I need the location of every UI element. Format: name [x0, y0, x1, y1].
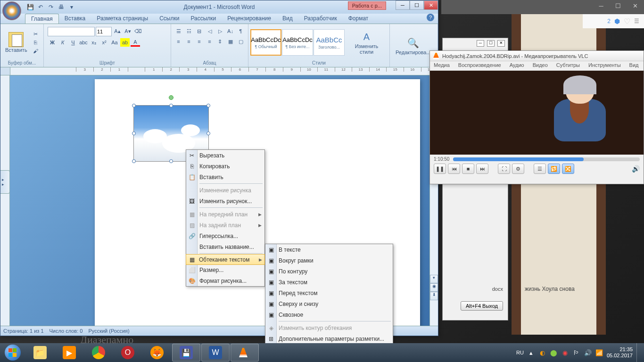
indent-inc-icon[interactable]: ▷ [215, 27, 225, 35]
print-icon[interactable]: 🖶 [57, 3, 66, 11]
undo-icon[interactable]: ↶ [36, 3, 45, 11]
explorer-close[interactable]: ✕ [497, 40, 505, 47]
tray-clock[interactable]: 21:35 05.02.2017 [607, 346, 633, 359]
handle-w[interactable] [132, 132, 136, 135]
horizontal-ruler[interactable]: 321 12 345 678 91011 121314 151617 [0, 67, 438, 75]
show-marks-icon[interactable]: ¶ [236, 27, 246, 35]
tab-mailings[interactable]: Рассылки [185, 14, 222, 24]
shrink-font-icon[interactable]: A▾ [123, 27, 132, 35]
justify-icon[interactable]: ≡ [205, 37, 215, 46]
tab-format[interactable]: Формат [343, 14, 374, 24]
ctx-text-wrapping[interactable]: ▦Обтекание текстом▶ [186, 254, 265, 265]
handle-nw[interactable] [132, 104, 136, 107]
exit-button[interactable]: Alt+F4 Выход [461, 301, 503, 311]
wrap-more-options[interactable]: ⊞Дополнительные параметры разметки... [265, 333, 393, 344]
prev-page[interactable]: ◉ [430, 283, 438, 292]
ctx-hyperlink[interactable]: 🔗Гиперссылка... [186, 230, 264, 241]
wrap-top-bottom[interactable]: ▣Сверху и снизу [265, 298, 393, 309]
handle-ne[interactable] [206, 104, 210, 107]
save-icon[interactable]: 💾 [26, 3, 34, 11]
wrap-behind[interactable]: ▣За текстом [265, 277, 393, 288]
task-chrome[interactable] [84, 344, 113, 362]
highlight-icon[interactable]: ab [120, 38, 130, 47]
paste-button[interactable]: Вставить [2, 31, 30, 54]
copy-icon[interactable]: ⎘ [31, 38, 41, 47]
find-button[interactable]: 🔍 Редактирова... [392, 34, 435, 57]
vlc-menu-audio[interactable]: Аудио [508, 61, 526, 70]
vlc-menu-media[interactable]: Медиа [432, 61, 452, 70]
line-spacing-icon[interactable]: ⇕ [215, 37, 225, 46]
tray-network-icon[interactable]: 📶 [595, 349, 603, 356]
tab-references[interactable]: Ссылки [154, 14, 185, 24]
cut-icon[interactable]: ✂ [31, 30, 41, 38]
browser-close[interactable]: ✕ [629, 2, 641, 12]
vlc-menu-subtitle[interactable]: Субтитры [554, 61, 582, 70]
tray-app2-icon[interactable]: ⬤ [550, 349, 558, 356]
browser-minimize[interactable]: ─ [595, 2, 607, 12]
change-case-icon[interactable]: Aa [110, 38, 119, 47]
ctx-paste[interactable]: 📋Вставить [186, 172, 264, 182]
word-minimize[interactable]: ─ [396, 0, 410, 10]
ctx-change-picture[interactable]: 🖼Изменить рисунок... [186, 196, 264, 206]
browser-maximize[interactable]: ☐ [612, 2, 624, 12]
ctx-format-picture[interactable]: 🎨Формат рисунка... [186, 275, 264, 286]
handle-n[interactable] [169, 104, 173, 107]
ctx-size[interactable]: ⬜Размер... [186, 264, 264, 275]
tray-app1-icon[interactable]: ◐ [539, 349, 546, 356]
vlc-progress-bar[interactable] [453, 157, 640, 161]
tab-review[interactable]: Рецензирование [222, 14, 277, 24]
vlc-loop-button[interactable]: 🔁 [548, 164, 560, 174]
vlc-prev-button[interactable]: ⏮ [448, 164, 460, 174]
handle-s[interactable] [169, 159, 173, 163]
tab-insert[interactable]: Вставка [59, 14, 91, 24]
wrap-front[interactable]: ▣Перед текстом [265, 288, 393, 298]
heart-icon[interactable]: ♡ [624, 17, 630, 26]
bold-icon[interactable]: Ж [48, 38, 57, 47]
font-family-select[interactable] [48, 27, 95, 36]
picture-tools-tab[interactable]: Работа с р... [348, 1, 386, 10]
status-page[interactable]: Страница: 1 из 1 [3, 328, 44, 334]
scroll-down[interactable]: ▾ [430, 275, 438, 283]
font-color-icon[interactable]: A [131, 38, 140, 47]
underline-icon[interactable]: Ч [68, 38, 78, 47]
task-opera[interactable]: O [114, 344, 142, 362]
style-heading1[interactable]: AaBbCc Заголово... [314, 29, 345, 56]
wrap-inline[interactable]: ▣В тексте [265, 244, 393, 255]
vlc-menu-playback[interactable]: Воспроизведение [456, 61, 503, 70]
style-no-spacing[interactable]: AaBbCcDc ¶ Без инте... [282, 29, 313, 56]
task-wmp[interactable]: ▶ [55, 344, 83, 362]
explorer-maximize[interactable]: ☐ [487, 40, 495, 47]
vlc-video-area[interactable] [430, 71, 644, 155]
word-maximize[interactable]: ☐ [410, 0, 424, 10]
task-app1[interactable]: 💾 [172, 344, 200, 362]
sort-icon[interactable]: A↓ [226, 27, 235, 35]
start-button[interactable] [0, 343, 25, 362]
strike-icon[interactable]: abc [79, 38, 88, 47]
align-right-icon[interactable]: ≡ [195, 37, 204, 46]
tab-home[interactable]: Главная [25, 14, 59, 24]
tray-show-hidden[interactable]: ▴ [528, 349, 535, 356]
tray-lang[interactable]: RU [516, 350, 524, 355]
ctx-insert-caption[interactable]: Вставить название... [186, 241, 264, 252]
borders-icon[interactable]: ▢ [236, 37, 246, 46]
multilevel-icon[interactable]: ⊟ [195, 27, 204, 35]
clear-format-icon[interactable]: ⌫ [133, 27, 143, 35]
redo-icon[interactable]: ↷ [47, 3, 55, 11]
wrap-square[interactable]: ▣Вокруг рамки [265, 255, 393, 266]
ctx-copy[interactable]: ⎘Копировать [186, 161, 264, 172]
tab-view[interactable]: Вид [277, 14, 298, 24]
vlc-titlebar[interactable]: Hodyachij.Zamok.2004.BDRip.avi - Медиапр… [430, 51, 644, 61]
vertical-ruler[interactable] [0, 75, 10, 326]
side-panel-tab[interactable]: ▸▸ [0, 170, 10, 194]
vlc-stop-button[interactable]: ■ [462, 164, 474, 174]
vlc-fullscreen-button[interactable]: ⛶ [498, 164, 510, 174]
bullets-icon[interactable]: ☰ [174, 27, 183, 35]
shield-icon[interactable]: ⬢ [614, 17, 620, 25]
vlc-volume-icon[interactable]: 🔊 [632, 165, 640, 173]
task-firefox[interactable]: 🦊 [143, 344, 171, 362]
handle-e[interactable] [206, 132, 210, 135]
status-words[interactable]: Число слов: 0 [50, 328, 83, 334]
tab-developer[interactable]: Разработчик [298, 14, 343, 24]
align-center-icon[interactable]: ≡ [184, 37, 194, 46]
vlc-menu-view[interactable]: Вид [627, 61, 641, 70]
